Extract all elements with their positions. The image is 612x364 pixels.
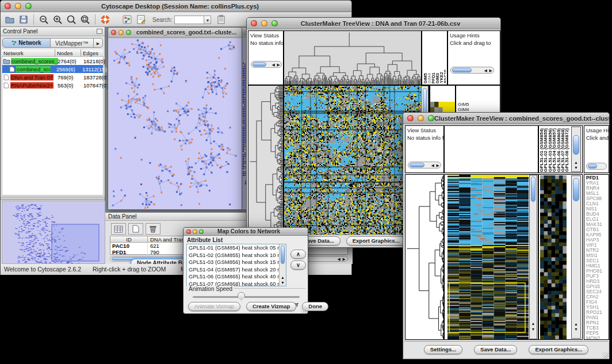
network-canvas-1[interactable] xyxy=(109,39,241,209)
global-heatmap[interactable] xyxy=(284,86,421,235)
gene-label[interactable]: BUD4 xyxy=(586,212,602,217)
gene-label[interactable]: GIM4 xyxy=(458,108,472,113)
treeview-button[interactable]: Export Graphics... xyxy=(529,345,588,354)
search-input[interactable] xyxy=(174,16,204,24)
move-down-button[interactable]: ∨ xyxy=(290,260,306,270)
gene-label[interactable]: MSI1 xyxy=(586,253,602,258)
child-title-bar[interactable]: combined_scores_good.txt--cluste... xyxy=(108,28,242,38)
zoom-window-icon[interactable] xyxy=(271,20,278,26)
scroll-up-icon[interactable]: ▲ xyxy=(280,275,286,280)
gene-label[interactable]: PEP5 xyxy=(586,331,602,336)
gene-label[interactable]: ELG1 xyxy=(586,217,602,222)
scroll-down-icon[interactable]: ▼ xyxy=(572,327,580,332)
network-row[interactable]: RNAPuberNov2+ 563(0) 107847(0) xyxy=(2,81,103,89)
save-session-button[interactable] xyxy=(17,13,30,26)
tv2-labels-vscrollbar[interactable]: ▲ ▼ xyxy=(571,127,581,172)
attribute-item[interactable]: GPL51-02 (GSM855) heat shock 10 min xyxy=(189,252,286,259)
zoom-fit-button[interactable] xyxy=(78,13,92,26)
zoom-in-button[interactable] xyxy=(51,13,64,26)
dialog-button[interactable]: Animate Vizmap xyxy=(188,302,240,311)
gene-label[interactable]: MAK31 xyxy=(586,222,602,227)
gene-label[interactable]: TCB3 xyxy=(586,325,602,331)
dialog-title-bar[interactable]: Map Colors to Network xyxy=(183,228,308,236)
scroll-left-icon[interactable]: ◀ xyxy=(338,257,341,261)
tab-overflow-button[interactable]: ▶ xyxy=(94,38,103,48)
gene-label[interactable]: CPA2 xyxy=(586,294,602,300)
gene-label[interactable]: FIG4 xyxy=(586,300,602,305)
gene-label[interactable]: NTR2 xyxy=(586,248,602,253)
move-up-button[interactable]: ∧ xyxy=(290,250,306,259)
search-dropdown-arrow[interactable]: ▼ xyxy=(204,16,211,24)
scrollbar-thumb[interactable] xyxy=(281,246,285,264)
zoom-window-icon[interactable] xyxy=(126,30,131,35)
treeview-button[interactable]: Settings... xyxy=(424,345,462,354)
gene-label[interactable]: HRD3 xyxy=(586,279,602,284)
scroll-down-icon[interactable]: ▼ xyxy=(280,281,286,285)
gene-label[interactable]: GIM5 xyxy=(458,102,472,108)
treeview-button[interactable]: Export Graphics... xyxy=(346,236,406,246)
close-icon[interactable] xyxy=(111,30,116,35)
attribute-item[interactable]: GPL51-03 (GSM856) heat shock 15 min xyxy=(189,259,286,266)
zoom-window-icon[interactable] xyxy=(428,115,434,121)
scrollbar-thumb[interactable] xyxy=(452,68,472,72)
gene-label[interactable]: HAP3 xyxy=(586,237,602,243)
column-dendrogram[interactable] xyxy=(284,31,421,85)
dialog-button[interactable]: Create Vizmap xyxy=(246,302,296,311)
scrollbar-thumb[interactable] xyxy=(573,178,579,201)
gene-label[interactable]: KAP95 xyxy=(586,232,602,237)
minimize-icon[interactable] xyxy=(261,20,267,26)
scroll-up-icon[interactable]: ▲ xyxy=(572,160,580,165)
minimize-icon[interactable] xyxy=(418,115,424,121)
scrollbar-thumb[interactable] xyxy=(588,164,597,168)
row-dendrogram[interactable] xyxy=(406,175,443,339)
gene-label[interactable]: RPO21 xyxy=(586,310,602,315)
attribute-item[interactable]: GPL51-06 (GSM865) heat shock 40 min xyxy=(189,273,286,281)
gene-label[interactable]: SEC24 xyxy=(586,289,602,294)
treeview-button[interactable]: Save Data... xyxy=(474,345,517,354)
scroll-right-icon[interactable]: ▶ xyxy=(277,63,280,67)
attribute-item[interactable]: GPL51-01 (GSM854) heat shock 05 min xyxy=(189,244,286,252)
tv1-status-hscrollbar[interactable]: ◀ ▶ xyxy=(251,61,282,68)
gene-label[interactable]: CLN1 xyxy=(586,201,602,206)
scroll-left-icon[interactable]: ◀ xyxy=(431,163,434,167)
zoom-window-icon[interactable] xyxy=(25,3,32,9)
gene-label[interactable]: PHO81 xyxy=(586,269,602,274)
scrollbar-thumb[interactable] xyxy=(410,163,424,167)
minimize-icon[interactable] xyxy=(193,229,197,234)
scroll-right-icon[interactable]: ▶ xyxy=(437,163,439,167)
gene-label[interactable]: MON2 xyxy=(586,336,602,340)
panel-splitter[interactable] xyxy=(1,197,105,200)
treeview2-title-bar[interactable]: ClusterMaker TreeView : combined_scores_… xyxy=(403,113,609,124)
birdseye-overview[interactable] xyxy=(2,201,105,264)
zoom-out-button[interactable] xyxy=(37,13,51,26)
gene-label[interactable]: YRA1 xyxy=(586,181,602,186)
network-row[interactable]: combined_scores_ 2764(0) 16218(0) xyxy=(2,57,103,65)
scroll-left-icon[interactable]: ◀ xyxy=(484,68,487,72)
scroll-right-icon[interactable]: ▶ xyxy=(489,68,492,72)
create-attribute-button[interactable] xyxy=(128,223,143,235)
gene-label[interactable]: MSL1 xyxy=(586,191,602,196)
gene-label[interactable]: RPN1 xyxy=(586,320,602,325)
tv2-usage-hscrollbar[interactable] xyxy=(586,163,607,170)
gene-label[interactable]: VIP1 xyxy=(586,243,602,248)
global-heatmap[interactable] xyxy=(447,175,529,339)
tab-vizmapper[interactable]: VizMapper™ xyxy=(51,38,94,48)
resize-grip[interactable] xyxy=(301,306,307,313)
tv1-usage-hscrollbar[interactable]: ◀ ▶ xyxy=(450,67,494,74)
scrollbar-thumb[interactable] xyxy=(253,62,266,67)
tv2-zoom-vscrollbar[interactable]: ▲ ▼ xyxy=(571,175,581,339)
row-dendrogram[interactable] xyxy=(248,86,283,235)
scroll-down-icon[interactable]: ▼ xyxy=(530,327,537,332)
gene-label[interactable]: GPI16 xyxy=(586,284,602,289)
ontology-button[interactable] xyxy=(215,13,228,26)
network-row[interactable]: DNA and Tran 07 769(0) 183728(0) xyxy=(2,73,103,81)
gene-label[interactable]: YSH1 xyxy=(586,305,602,310)
gene-label[interactable]: SEC1 xyxy=(586,258,602,263)
gene-label[interactable]: PFD1 xyxy=(586,175,602,181)
open-session-button[interactable] xyxy=(3,13,17,26)
zoom-window-icon[interactable] xyxy=(199,229,204,234)
network-manager-button[interactable] xyxy=(120,13,134,26)
scroll-up-icon[interactable]: ▲ xyxy=(530,321,537,326)
scroll-down-icon[interactable]: ▼ xyxy=(572,166,580,170)
tv2-status-hscrollbar[interactable]: ◀ ▶ xyxy=(408,162,441,168)
